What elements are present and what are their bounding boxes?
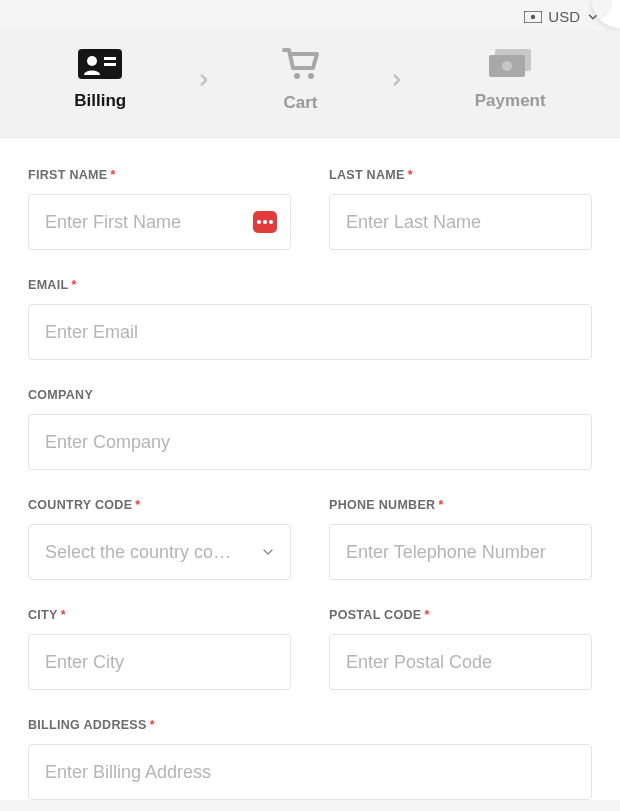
email-input[interactable] [28, 304, 592, 360]
cart-icon [282, 47, 320, 81]
email-label: EMAIL* [28, 278, 592, 292]
country-code-select[interactable]: Select the country co… [28, 524, 291, 580]
step-payment[interactable]: Payment [475, 49, 546, 111]
phone-label: PHONE NUMBER* [329, 498, 592, 512]
password-manager-icon[interactable] [253, 211, 277, 233]
currency-icon [524, 11, 542, 23]
step-cart[interactable]: Cart [282, 47, 320, 113]
page-curl-decoration [592, 0, 620, 28]
billing-form: FIRST NAME* LAST NAME* EMAIL* COMPANY [0, 138, 620, 800]
svg-point-7 [308, 73, 314, 79]
billing-address-input[interactable] [28, 744, 592, 800]
chevron-right-icon [195, 71, 213, 89]
svg-point-3 [87, 56, 97, 66]
first-name-input[interactable] [28, 194, 291, 250]
svg-rect-5 [104, 63, 116, 66]
postal-input[interactable] [329, 634, 592, 690]
first-name-label: FIRST NAME* [28, 168, 291, 182]
city-label: CITY* [28, 608, 291, 622]
contact-card-icon [78, 49, 122, 79]
step-label: Cart [284, 93, 318, 113]
last-name-input[interactable] [329, 194, 592, 250]
select-placeholder: Select the country co… [45, 542, 231, 563]
svg-point-1 [531, 14, 535, 18]
postal-label: POSTAL CODE* [329, 608, 592, 622]
payment-icon [489, 49, 531, 79]
chevron-down-icon [260, 544, 276, 560]
currency-label: USD [548, 8, 580, 25]
step-label: Billing [74, 91, 126, 111]
city-input[interactable] [28, 634, 291, 690]
company-label: COMPANY [28, 388, 592, 402]
svg-point-6 [294, 73, 300, 79]
last-name-label: LAST NAME* [329, 168, 592, 182]
step-label: Payment [475, 91, 546, 111]
step-billing[interactable]: Billing [74, 49, 126, 111]
chevron-right-icon [388, 71, 406, 89]
svg-rect-4 [104, 57, 116, 60]
checkout-steps: Billing Cart Payment [0, 29, 620, 138]
company-input[interactable] [28, 414, 592, 470]
currency-selector[interactable]: USD [0, 0, 620, 29]
billing-address-label: BILLING ADDRESS* [28, 718, 592, 732]
svg-point-10 [502, 61, 512, 71]
phone-input[interactable] [329, 524, 592, 580]
country-code-label: COUNTRY CODE* [28, 498, 291, 512]
